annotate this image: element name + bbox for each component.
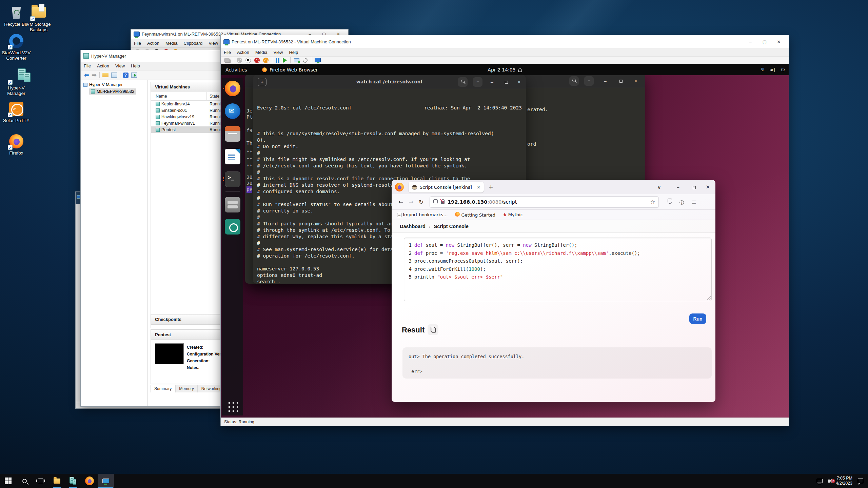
script-editor[interactable]: 1def sout = new StringBuffer(), serr = n…	[404, 238, 712, 301]
minimize-button[interactable]: –	[487, 77, 497, 87]
close-button[interactable]: ×	[514, 77, 524, 87]
console-window-icon[interactable]	[111, 73, 117, 78]
close-button[interactable]: ✕	[706, 184, 710, 190]
dock-libreoffice-writer[interactable]	[225, 149, 240, 164]
close-tab-icon[interactable]: ✕	[477, 185, 480, 190]
menu-icon[interactable]: ≡	[473, 77, 482, 87]
menu-file[interactable]: File	[81, 62, 94, 70]
tab-memory[interactable]: Memory	[175, 385, 197, 392]
menu-file[interactable]: File	[131, 39, 144, 47]
dock-drawer[interactable]	[225, 197, 240, 212]
menu-help[interactable]: Help	[128, 62, 143, 70]
shut-down-icon[interactable]	[254, 58, 260, 63]
tree-root[interactable]: Hyper-V Manager	[81, 80, 147, 88]
taskbar-search[interactable]	[16, 474, 33, 488]
menu-media[interactable]: Media	[162, 39, 180, 47]
start-icon[interactable]	[237, 58, 242, 63]
tab-script-console[interactable]: Script Console [Jenkins] ✕	[409, 182, 484, 192]
desktop-icon-hyperv-manager[interactable]: ➚ Hyper-V Manager	[0, 68, 33, 96]
menu-view[interactable]: View	[112, 62, 128, 70]
dock-software[interactable]	[225, 219, 240, 235]
menu-clipboard[interactable]: Clipboard	[181, 39, 206, 47]
taskbar-hyperv-manager[interactable]	[65, 474, 81, 488]
maximize-button[interactable]	[501, 77, 511, 87]
start-button[interactable]	[0, 474, 16, 488]
desktop-icon-starwind-v2v[interactable]: ➚ StarWind V2V Converter	[0, 33, 33, 61]
protections-icon[interactable]	[668, 199, 672, 205]
back-icon[interactable]: ⬅	[84, 72, 89, 79]
revert-icon[interactable]	[302, 57, 309, 64]
dock-terminal[interactable]	[225, 171, 240, 187]
task-view-button[interactable]	[33, 474, 49, 488]
forward-icon[interactable]: ➡	[92, 72, 96, 79]
menu-help[interactable]: Help	[286, 48, 301, 56]
breadcrumb-dashboard[interactable]: Dashboard	[400, 224, 426, 229]
back-icon[interactable]: ←	[396, 199, 406, 205]
dock-files[interactable]	[225, 126, 240, 142]
network-icon[interactable]	[817, 479, 823, 483]
dock-app-grid[interactable]	[227, 401, 238, 412]
taskbar-clock[interactable]: 7:05 PM 4/2/2023	[836, 476, 852, 486]
menu-action[interactable]: Action	[234, 48, 252, 56]
maximize-button[interactable]: ▢	[757, 39, 772, 44]
close-button[interactable]: ×	[631, 76, 640, 86]
ctrl-alt-del-icon[interactable]	[224, 58, 230, 62]
breadcrumb-script-console[interactable]: Script Console	[434, 224, 469, 229]
pentest-menubar[interactable]: FileActionMediaViewHelp	[221, 48, 789, 57]
bookmark-import[interactable]: → Import bookmarks…	[397, 212, 448, 217]
bookmark-star-icon[interactable]: ☆	[650, 199, 655, 205]
focused-app-menu[interactable]: Firefox Web Browser	[262, 67, 318, 73]
maximize-button[interactable]	[693, 184, 696, 190]
desktop-icon-firefox[interactable]: ➚ Firefox	[0, 134, 33, 156]
watch-terminal-titlebar[interactable]: + watch cat /etc/resolv.conf ≡ – ×	[253, 75, 526, 89]
firefox-logo-icon[interactable]	[395, 183, 404, 191]
close-button[interactable]: ✕	[772, 39, 786, 44]
system-tray-menu[interactable]: ♅ ◄❘ ⏻	[756, 67, 785, 73]
copy-result-icon[interactable]	[428, 324, 438, 335]
menu-icon[interactable]: ≡	[584, 76, 594, 86]
menu-file[interactable]: File	[221, 48, 234, 56]
tab-summary[interactable]: Summary	[151, 385, 175, 392]
enhanced-session-icon[interactable]	[315, 58, 321, 62]
minimize-button[interactable]: –	[600, 76, 610, 86]
reload-icon[interactable]: ↻	[416, 199, 426, 205]
bookmark-mythic[interactable]: ♞ Mythic	[503, 212, 523, 217]
minimize-button[interactable]: –	[677, 184, 679, 190]
help-icon[interactable]: ?	[123, 73, 129, 78]
tracking-shield-icon[interactable]	[433, 199, 438, 204]
list-tabs-icon[interactable]: ∨	[657, 184, 661, 190]
menu-action[interactable]: Action	[144, 39, 162, 47]
console-run-icon[interactable]	[131, 73, 137, 78]
insecure-lock-icon[interactable]	[441, 201, 445, 204]
taskbar-file-explorer[interactable]	[49, 474, 65, 488]
pentest-titlebar[interactable]: Pentest on ML-REFVM-396532 - Virtual Mac…	[221, 35, 789, 48]
tree-node-host[interactable]: ML-REFVM-396532	[89, 88, 136, 95]
bookmark-getting-started[interactable]: Getting Started	[455, 212, 495, 218]
taskbar-vm-connection[interactable]	[98, 474, 114, 488]
column-state[interactable]: State	[207, 92, 219, 100]
resume-icon[interactable]	[283, 58, 287, 63]
new-tab-icon[interactable]: +	[489, 184, 493, 190]
desktop-icon-solar-putty[interactable]: ➚ Solar-PuTTY	[0, 101, 33, 123]
menu-view[interactable]: View	[205, 39, 221, 47]
pause-icon[interactable]	[276, 58, 279, 63]
volume-muted-icon[interactable]	[828, 480, 830, 483]
menu-view[interactable]: View	[271, 48, 286, 56]
taskbar-firefox[interactable]	[81, 474, 98, 488]
save-icon[interactable]	[263, 58, 269, 63]
action-center-icon[interactable]	[858, 479, 863, 483]
menu-media[interactable]: Media	[252, 48, 270, 56]
account-icon[interactable]: ↓	[679, 199, 684, 205]
desktop-icon-vm-storage-backups[interactable]: ➚ VM Storage Backups	[22, 5, 55, 33]
checkpoint-icon[interactable]	[294, 58, 299, 62]
search-icon[interactable]	[569, 76, 579, 86]
column-name[interactable]: Name	[151, 92, 207, 100]
search-icon[interactable]	[458, 77, 468, 87]
run-button[interactable]: Run	[689, 313, 706, 324]
pentest-toolbar[interactable]	[221, 57, 789, 64]
dock-thunderbird[interactable]	[225, 103, 240, 119]
url-bar[interactable]: 192.168.0.130:8080/script ☆	[430, 196, 659, 208]
dock-firefox[interactable]	[225, 81, 240, 96]
turn-off-icon[interactable]	[245, 58, 251, 63]
maximize-button[interactable]	[616, 76, 626, 86]
